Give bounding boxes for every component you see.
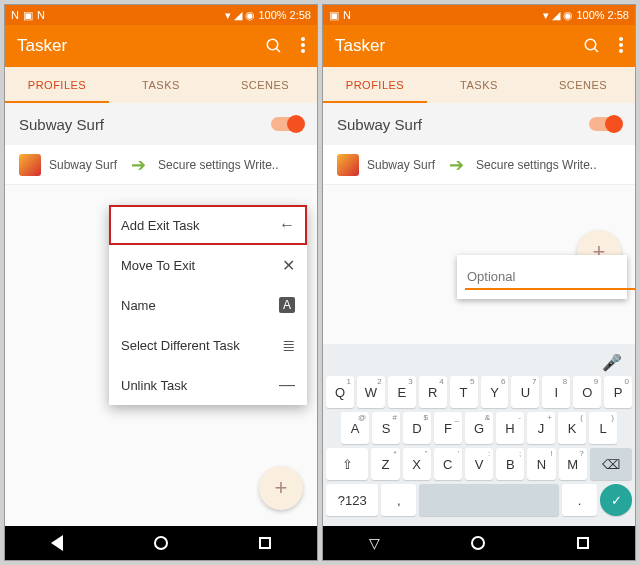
fab-add[interactable]: +: [259, 466, 303, 510]
key-f[interactable]: F_: [434, 412, 462, 444]
menu-select-different[interactable]: Select Different Task ≣: [109, 325, 307, 365]
svg-line-1: [276, 48, 280, 52]
nav-back[interactable]: [51, 535, 63, 551]
signal-icon: ◢: [234, 9, 242, 22]
nav-recent[interactable]: [577, 537, 589, 549]
nav-keyboard-down[interactable]: ▽: [369, 535, 380, 551]
shuffle-icon: ✕: [282, 256, 295, 275]
key-comma[interactable]: ,: [381, 484, 416, 516]
tab-tasks[interactable]: TASKS: [109, 67, 213, 103]
notif-icon: N: [11, 9, 19, 22]
key-i[interactable]: I8: [542, 376, 570, 408]
key-enter[interactable]: ✓: [600, 484, 632, 516]
key-l[interactable]: L): [589, 412, 617, 444]
key-z[interactable]: Z*: [371, 448, 399, 480]
svg-point-2: [301, 37, 305, 41]
notif-icon: N: [343, 9, 351, 22]
menu-add-exit-task[interactable]: Add Exit Task ←: [109, 205, 307, 245]
app-bar: Tasker: [323, 25, 635, 67]
task-row[interactable]: Subway Surf ➔ Secure settings Write..: [323, 145, 635, 185]
profile-name: Subway Surf: [337, 116, 422, 133]
key-shift[interactable]: ⇧: [326, 448, 368, 480]
app-bar: Tasker: [5, 25, 317, 67]
list-icon: ≣: [282, 336, 295, 355]
key-v[interactable]: V:: [465, 448, 493, 480]
key-period[interactable]: .: [562, 484, 597, 516]
tab-profiles[interactable]: PROFILES: [5, 67, 109, 103]
key-a[interactable]: A@: [341, 412, 369, 444]
key-symbols[interactable]: ?123: [326, 484, 378, 516]
menu-move-to-exit[interactable]: Move To Exit ✕: [109, 245, 307, 285]
key-p[interactable]: P0: [604, 376, 632, 408]
key-d[interactable]: D$: [403, 412, 431, 444]
task-action-label: Secure settings Write..: [158, 158, 279, 172]
menu-label: Name: [121, 298, 156, 313]
key-q[interactable]: Q1: [326, 376, 354, 408]
arrow-right-icon: ➔: [449, 154, 464, 176]
key-k[interactable]: K(: [558, 412, 586, 444]
svg-point-4: [301, 49, 305, 53]
mic-icon[interactable]: 🎤: [602, 353, 622, 372]
profile-header[interactable]: Subway Surf: [5, 103, 317, 145]
nav-recent[interactable]: [259, 537, 271, 549]
battery-text: 100%: [576, 9, 604, 21]
signal-icon: ◢: [552, 9, 560, 22]
notif-icon: ▣: [329, 9, 339, 22]
app-icon: [19, 154, 41, 176]
task-app-label: Subway Surf: [49, 158, 117, 172]
battery-icon: ◉: [563, 9, 573, 22]
overflow-icon[interactable]: [619, 37, 623, 55]
svg-point-5: [585, 39, 596, 50]
task-app-label: Subway Surf: [367, 158, 435, 172]
screenshot-right: ▣ N ▾ ◢ ◉ 100% 2:58 Tasker PROFILES TASK…: [322, 4, 636, 561]
nav-home[interactable]: [471, 536, 485, 550]
menu-label: Add Exit Task: [121, 218, 200, 233]
key-o[interactable]: O9: [573, 376, 601, 408]
clock-text: 2:58: [608, 9, 629, 21]
battery-icon: ◉: [245, 9, 255, 22]
key-m[interactable]: M?: [559, 448, 587, 480]
wifi-icon: ▾: [225, 9, 231, 22]
svg-point-9: [619, 49, 623, 53]
back-arrow-icon: ←: [279, 216, 295, 234]
key-g[interactable]: G&: [465, 412, 493, 444]
app-icon: [337, 154, 359, 176]
key-backspace[interactable]: ⌫: [590, 448, 632, 480]
profile-header[interactable]: Subway Surf: [323, 103, 635, 145]
tab-profiles[interactable]: PROFILES: [323, 67, 427, 103]
clock-text: 2:58: [290, 9, 311, 21]
task-row[interactable]: Subway Surf ➔ Secure settings Write..: [5, 145, 317, 185]
key-r[interactable]: R4: [419, 376, 447, 408]
key-b[interactable]: B;: [496, 448, 524, 480]
key-c[interactable]: C': [434, 448, 462, 480]
tab-scenes[interactable]: SCENES: [213, 67, 317, 103]
key-j[interactable]: J+: [527, 412, 555, 444]
tab-tasks[interactable]: TASKS: [427, 67, 531, 103]
key-u[interactable]: U7: [511, 376, 539, 408]
search-icon[interactable]: [583, 37, 601, 55]
key-e[interactable]: E3: [388, 376, 416, 408]
nav-home[interactable]: [154, 536, 168, 550]
key-w[interactable]: W2: [357, 376, 385, 408]
key-s[interactable]: S#: [372, 412, 400, 444]
context-menu: Add Exit Task ← Move To Exit ✕ Name A Se…: [109, 205, 307, 405]
key-x[interactable]: X": [403, 448, 431, 480]
key-n[interactable]: N!: [527, 448, 555, 480]
key-t[interactable]: T5: [450, 376, 478, 408]
key-h[interactable]: H-: [496, 412, 524, 444]
profile-toggle[interactable]: [589, 117, 621, 131]
screenshot-left: N ▣ N ▾ ◢ ◉ 100% 2:58 Tasker PROFILES TA…: [4, 4, 318, 561]
svg-point-3: [301, 43, 305, 47]
profile-toggle[interactable]: [271, 117, 303, 131]
menu-name[interactable]: Name A: [109, 285, 307, 325]
key-space[interactable]: [419, 484, 559, 516]
tab-scenes[interactable]: SCENES: [531, 67, 635, 103]
task-name-input[interactable]: [465, 265, 636, 290]
battery-text: 100%: [258, 9, 286, 21]
app-title: Tasker: [335, 36, 385, 56]
svg-point-7: [619, 37, 623, 41]
key-y[interactable]: Y6: [481, 376, 509, 408]
menu-unlink[interactable]: Unlink Task —: [109, 365, 307, 405]
overflow-icon[interactable]: [301, 37, 305, 55]
search-icon[interactable]: [265, 37, 283, 55]
